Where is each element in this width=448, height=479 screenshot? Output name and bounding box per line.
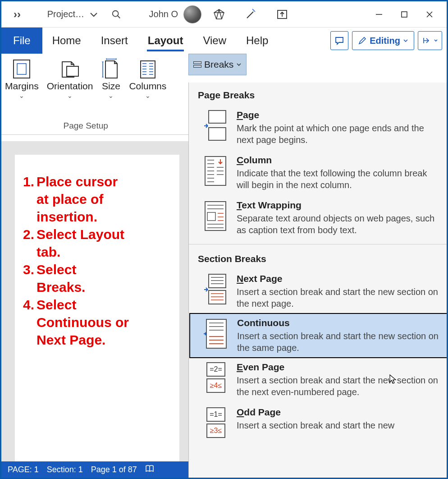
- svg-rect-49: [209, 274, 226, 288]
- odd-page-break-icon: =1=≥3≤: [202, 407, 229, 439]
- dropdown-item-even-page[interactable]: =2=≥4≤ Even Page Insert a section break …: [189, 357, 448, 402]
- size-icon: [101, 58, 121, 80]
- breaks-icon: [193, 61, 201, 68]
- document-page[interactable]: 1.Place cursor at place of insertion. 2.…: [15, 155, 179, 466]
- chevron-down-icon: ⌄: [108, 92, 114, 99]
- dropdown-item-desc: Insert a section break and start the new…: [237, 286, 440, 309]
- tab-insert[interactable]: Insert: [91, 28, 138, 54]
- dropdown-item-title: Odd Page: [237, 407, 440, 418]
- document-chevron-icon[interactable]: [87, 5, 101, 23]
- dropdown-item-odd-page[interactable]: =1=≥3≤ Odd Page Insert a section break a…: [189, 402, 448, 444]
- svg-rect-8: [14, 60, 30, 78]
- breaks-button[interactable]: Breaks: [188, 54, 247, 75]
- svg-line-2: [247, 12, 253, 18]
- svg-line-1: [118, 15, 120, 18]
- premium-icon[interactable]: [203, 5, 235, 23]
- status-pages[interactable]: Page 1 of 87: [91, 465, 137, 474]
- column-break-icon: [202, 155, 229, 187]
- columns-icon: [138, 58, 158, 80]
- status-bar: PAGE: 1 Section: 1 Page 1 of 87: [1, 461, 188, 478]
- avatar[interactable]: [182, 5, 203, 23]
- dropdown-item-desc: Insert a section break and start the new…: [237, 330, 439, 354]
- dropdown-item-desc: Mark the point at which one page ends an…: [237, 122, 440, 146]
- margins-button[interactable]: Margins ⌄: [1, 56, 42, 118]
- page-break-icon: [202, 110, 229, 142]
- tab-view[interactable]: View: [193, 28, 236, 54]
- dropdown-item-desc: Indicate that the text following the col…: [237, 167, 440, 191]
- document-name[interactable]: Project…: [28, 5, 87, 23]
- dropdown-item-next-page[interactable]: Next Page Insert a section break and sta…: [189, 269, 448, 314]
- comments-button[interactable]: [330, 31, 348, 50]
- chevron-down-icon: ⌄: [67, 92, 73, 99]
- size-button[interactable]: Size ⌄: [97, 56, 124, 118]
- dropdown-item-desc: Separate text around objects on web page…: [237, 212, 440, 236]
- editing-mode-button[interactable]: Editing: [352, 31, 414, 50]
- minimize-button[interactable]: [366, 5, 392, 23]
- svg-rect-27: [209, 111, 226, 123]
- dropdown-item-text-wrapping[interactable]: Text Wrapping Separate text around objec…: [189, 195, 448, 240]
- svg-text:=1=: =1=: [210, 410, 222, 418]
- svg-rect-9: [17, 64, 26, 74]
- text-wrapping-icon: [202, 200, 229, 232]
- design-ideas-icon[interactable]: [235, 5, 266, 23]
- chevron-down-icon: ⌄: [145, 92, 151, 99]
- breaks-label: Breaks: [204, 59, 233, 70]
- updates-icon[interactable]: [266, 5, 298, 23]
- ribbon-group-label: Page Setup: [64, 118, 108, 134]
- close-button[interactable]: [417, 5, 442, 23]
- titlebar: ›› Project… John O: [1, 1, 447, 28]
- maximize-button[interactable]: [392, 5, 417, 23]
- dropdown-item-column[interactable]: Column Indicate that the text following …: [189, 150, 448, 195]
- share-button[interactable]: [418, 31, 442, 50]
- svg-text:≥4≤: ≥4≤: [210, 382, 222, 389]
- chevron-down-icon: [236, 62, 242, 67]
- dropdown-item-title: Text Wrapping: [237, 200, 440, 211]
- next-page-break-icon: [202, 273, 229, 306]
- svg-rect-5: [402, 12, 407, 17]
- svg-rect-53: [209, 290, 226, 304]
- tab-file[interactable]: File: [1, 28, 42, 54]
- editing-label: Editing: [370, 36, 400, 46]
- svg-text:≥3≤: ≥3≤: [210, 427, 222, 434]
- margins-icon: [12, 58, 32, 80]
- dropdown-header-section-breaks: Section Breaks: [189, 248, 448, 269]
- orientation-button[interactable]: Orientation ⌄: [43, 56, 97, 118]
- overflow-button[interactable]: ››: [6, 5, 28, 23]
- ribbon-tabs: File Home Insert Layout View Help Editin…: [1, 28, 447, 54]
- svg-text:=2=: =2=: [210, 365, 222, 373]
- dropdown-item-title: Page: [237, 110, 440, 120]
- svg-rect-28: [209, 128, 226, 140]
- even-page-break-icon: =2=≥4≤: [202, 362, 229, 394]
- chevron-down-icon: ⌄: [19, 92, 24, 99]
- user-name[interactable]: John O: [132, 5, 182, 23]
- dropdown-item-desc: Insert a section break and start the new…: [237, 374, 440, 398]
- tab-layout[interactable]: Layout: [138, 28, 193, 54]
- dropdown-item-page[interactable]: Page Mark the point at which one page en…: [189, 105, 448, 150]
- document-area: 1.Place cursor at place of insertion. 2.…: [1, 141, 188, 466]
- tab-help[interactable]: Help: [236, 28, 278, 54]
- status-section[interactable]: Section: 1: [47, 465, 83, 474]
- status-page[interactable]: PAGE: 1: [8, 465, 39, 474]
- tab-home[interactable]: Home: [42, 28, 91, 54]
- reading-view-icon[interactable]: [145, 464, 154, 475]
- dropdown-item-continuous[interactable]: Continuous Insert a section break and st…: [189, 313, 448, 358]
- app-window: ›› Project… John O File Home Insert Layo…: [0, 0, 448, 479]
- search-icon[interactable]: [101, 5, 132, 23]
- dropdown-item-desc: Insert a section break and start the new: [237, 419, 440, 431]
- dropdown-item-title: Column: [237, 155, 440, 166]
- columns-button[interactable]: Columns ⌄: [125, 56, 170, 118]
- svg-point-0: [113, 10, 119, 16]
- orientation-icon: [59, 58, 81, 80]
- breaks-dropdown: Page Breaks Page Mark the point at which…: [188, 83, 448, 479]
- instructions-text: 1.Place cursor at place of insertion. 2.…: [23, 173, 171, 349]
- ribbon-group-page-setup: Margins ⌄ Orientation ⌄ Size ⌄ Columns ⌄: [1, 54, 170, 134]
- dropdown-header-page-breaks: Page Breaks: [189, 84, 448, 105]
- dropdown-item-title: Next Page: [237, 273, 440, 284]
- dropdown-item-title: Continuous: [237, 318, 439, 328]
- continuous-break-icon: [203, 318, 229, 350]
- dropdown-item-title: Even Page: [237, 362, 440, 373]
